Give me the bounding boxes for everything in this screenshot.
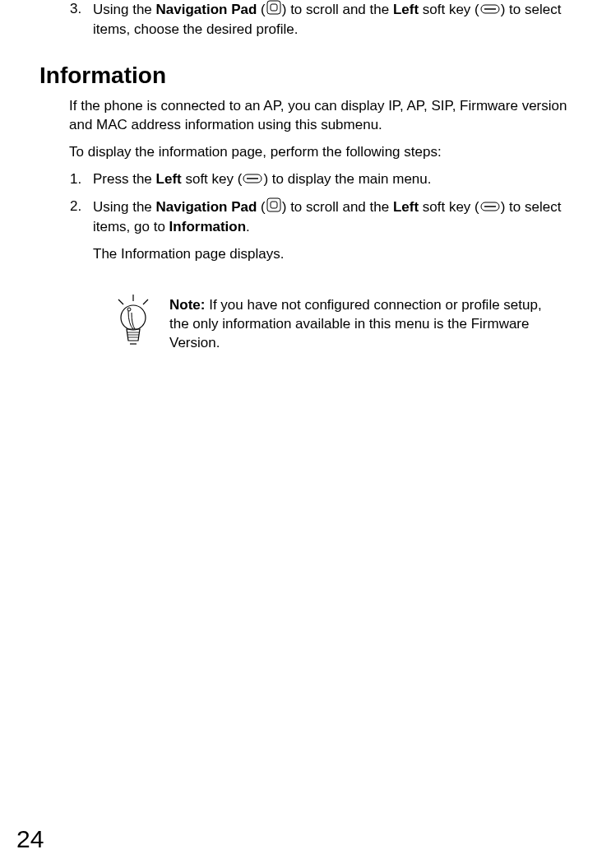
step-3: 3. Using the Navigation Pad () to scroll… [93, 0, 595, 39]
soft-key-icon [480, 1, 500, 20]
left-label: Left [393, 199, 419, 215]
intro-paragraph-1: If the phone is connected to an AP, you … [69, 97, 595, 135]
svg-rect-0 [267, 1, 280, 14]
page-number: 24 [16, 825, 44, 853]
navigation-pad-icon [266, 0, 281, 21]
result-text: The Information page displays. [93, 245, 595, 264]
note-label: Note: [169, 297, 205, 313]
text: . [246, 219, 250, 234]
navpad-label: Navigation Pad [156, 2, 257, 17]
text: ( [257, 199, 265, 215]
soft-key-icon [243, 170, 262, 189]
note-text: Note: If you have not configured connect… [169, 296, 545, 353]
step-3-number: 3. [70, 0, 81, 19]
information-label: Information [169, 219, 247, 234]
lightbulb-icon [112, 293, 155, 350]
text: ) to display the main menu. [263, 171, 431, 187]
section-heading-information: Information [39, 63, 595, 89]
svg-rect-6 [267, 198, 280, 211]
step-1-number: 1. [70, 170, 81, 189]
svg-point-14 [127, 308, 131, 311]
intro-paragraph-2: To display the information page, perform… [69, 143, 595, 162]
text: Using the [93, 2, 156, 17]
svg-rect-1 [271, 4, 277, 11]
soft-key-icon [480, 198, 500, 217]
text: ) to scroll and the [282, 199, 393, 215]
left-label: Left [393, 2, 419, 17]
text: ( [257, 2, 265, 17]
text: soft key ( [182, 171, 243, 187]
text: soft key ( [419, 199, 479, 215]
text: Using the [93, 199, 156, 215]
left-label: Left [156, 171, 182, 187]
note-body: If you have not configured connection or… [169, 297, 542, 350]
text: Press the [93, 171, 156, 187]
svg-rect-7 [271, 202, 277, 208]
svg-line-11 [143, 299, 148, 304]
navigation-pad-icon [266, 197, 281, 218]
note-box: Note: If you have not configured connect… [112, 296, 595, 353]
text: ) to scroll and the [282, 2, 393, 17]
text: soft key ( [419, 2, 479, 17]
step-2-number: 2. [70, 197, 81, 216]
step-2: 2. Using the Navigation Pad () to scroll… [93, 197, 595, 237]
svg-line-10 [118, 299, 123, 304]
step-1: 1. Press the Left soft key () to display… [93, 170, 595, 189]
navpad-label: Navigation Pad [156, 199, 257, 215]
